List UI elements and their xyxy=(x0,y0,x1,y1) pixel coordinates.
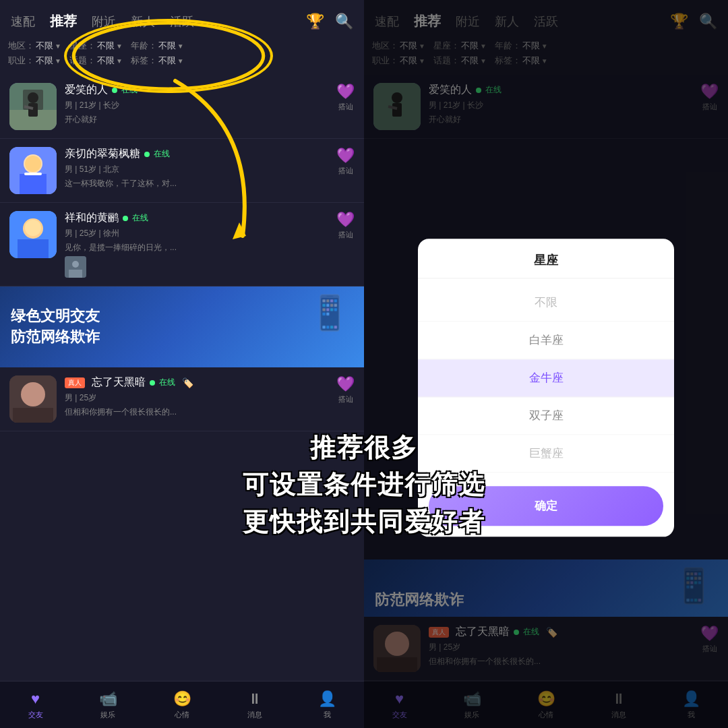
nav-icons-left: 🏆 🔍 xyxy=(306,13,353,30)
online-text-2: 在线 xyxy=(154,148,170,160)
nav-jiaoyou-left[interactable]: ♥ 交友 xyxy=(28,690,43,720)
zodiac-modal: 星座 不限 白羊座 金牛座 双子座 巨蟹座 确定 xyxy=(418,239,674,537)
user-info-3: 祥和的黄鹂 在线 男 | 25岁 | 徐州 见你，是揽一捧细碎的日光，... xyxy=(65,211,328,278)
online-dot-last-left xyxy=(150,380,155,386)
verified-icon-left: 🏷️ xyxy=(182,377,193,388)
banner-deco-left: 📱 xyxy=(309,293,351,332)
nav-xiaoxi-left[interactable]: ⏸ 消息 xyxy=(247,690,262,720)
search-icon-left[interactable]: 🔍 xyxy=(335,13,353,30)
banner-line2-left: 防范网络欺诈 xyxy=(11,327,100,348)
nav-xingqing-icon-left: 😊 xyxy=(173,690,191,708)
nav-wo-left[interactable]: 👤 我 xyxy=(318,690,336,720)
svg-point-14 xyxy=(25,220,41,236)
modal-option-gemini[interactable]: 双子座 xyxy=(418,397,674,435)
filter-topic-left[interactable]: 话题： 不限 ▼ xyxy=(69,55,123,67)
user-name-row-1: 爱笑的人 在线 xyxy=(65,83,328,97)
filter-age-left[interactable]: 年龄： 不限 ▼ xyxy=(131,40,184,52)
svg-point-3 xyxy=(28,92,38,103)
modal-option-cancer[interactable]: 巨蟹座 xyxy=(418,435,674,473)
nav-item-huoyue[interactable]: 活跃 xyxy=(170,13,194,30)
nav-yule-icon-left: 📹 xyxy=(99,690,117,708)
sub-photos-3 xyxy=(65,256,328,278)
match-icon-3: 💜 xyxy=(336,211,355,229)
filter-row1-left: 地区： 不限 ▼ 星座： 不限 ▼ 年龄： 不限 ▼ xyxy=(8,40,356,52)
modal-option-unlimited[interactable]: 不限 xyxy=(418,284,674,322)
online-text-1: 在线 xyxy=(121,84,138,96)
modal-confirm-button[interactable]: 确定 xyxy=(429,486,663,526)
sub-photo-3a xyxy=(65,256,86,278)
user-meta-2: 男 | 51岁 | 北京 xyxy=(65,164,328,175)
user-card-3[interactable]: 祥和的黄鹂 在线 男 | 25岁 | 徐州 见你，是揽一捧细碎的日光，... 💜… xyxy=(0,203,364,286)
user-info-2: 亲切的翠菊枫糖 在线 男 | 51岁 | 北京 这一杯我敬你，干了这杯，对... xyxy=(65,147,328,189)
user-name-row-3: 祥和的黄鹂 在线 xyxy=(65,211,328,225)
online-dot-1 xyxy=(112,88,117,93)
banner-text-left: 绿色文明交友 防范网络欺诈 xyxy=(11,306,100,348)
match-btn-3[interactable]: 💜 搭讪 xyxy=(336,211,355,240)
user-card-2[interactable]: 亲切的翠菊枫糖 在线 男 | 51岁 | 北京 这一杯我敬你，干了这杯，对...… xyxy=(0,139,364,203)
svg-point-19 xyxy=(21,382,45,406)
bottom-nav-left: ♥ 交友 📹 娱乐 😊 心情 ⏸ 消息 👤 我 xyxy=(0,681,364,728)
user-desc-last-left: 但相和你拥有一个很长很长的... xyxy=(65,406,226,418)
user-desc-2: 这一杯我敬你，干了这杯，对... xyxy=(65,178,226,189)
screen-container: 速配 推荐 附近 新人 活跃 🏆 🔍 地区： 不限 ▼ 星座： 不限 xyxy=(0,0,728,728)
match-btn-1[interactable]: 💜 搭讪 xyxy=(336,83,355,112)
user-card-last-left[interactable]: 真人 忘了天黑暗 在线 🏷️ 男 | 25岁 但相和你拥有一个很长很长的... … xyxy=(0,367,364,431)
nav-yule-label-left: 娱乐 xyxy=(100,710,115,720)
filter-zodiac-left[interactable]: 星座： 不限 ▼ xyxy=(69,40,123,52)
right-panel: 速配 推荐 附近 新人 活跃 🏆 🔍 地区： 不限 ▼ 星座： 不限 xyxy=(364,0,728,728)
nav-yule-left[interactable]: 📹 娱乐 xyxy=(99,690,117,720)
match-icon-1: 💜 xyxy=(336,83,355,100)
modal-option-taurus[interactable]: 金牛座 xyxy=(418,359,674,397)
svg-rect-20 xyxy=(13,408,53,423)
nav-wo-label-left: 我 xyxy=(324,710,331,720)
online-dot-2 xyxy=(144,152,150,157)
user-name-1: 爱笑的人 xyxy=(65,83,108,97)
nav-jiaoyou-icon-left: ♥ xyxy=(31,690,40,708)
nav-item-xinren[interactable]: 新人 xyxy=(131,13,155,30)
banner-left: 绿色文明交友 防范网络欺诈 📱 xyxy=(0,286,364,367)
user-card-1[interactable]: 爱笑的人 在线 男 | 21岁 | 长沙 开心就好 💜 搭讪 xyxy=(0,75,364,139)
nav-item-sudpei[interactable]: 速配 xyxy=(11,13,35,30)
user-info-last-left: 真人 忘了天黑暗 在线 🏷️ 男 | 25岁 但相和你拥有一个很长很长的... xyxy=(65,375,328,418)
user-name-2: 亲切的翠菊枫糖 xyxy=(65,147,140,161)
user-meta-1: 男 | 21岁 | 长沙 xyxy=(65,100,328,111)
nav-xiaoxi-icon-left: ⏸ xyxy=(247,690,262,708)
match-icon-2: 💜 xyxy=(336,147,355,164)
filter-bar-left: 地区： 不限 ▼ 星座： 不限 ▼ 年龄： 不限 ▼ 职业： 不 xyxy=(0,37,364,75)
avatar-3 xyxy=(9,211,57,258)
match-label-2: 搭讪 xyxy=(338,166,353,176)
user-list-left: 爱笑的人 在线 男 | 21岁 | 长沙 开心就好 💜 搭讪 xyxy=(0,75,364,681)
user-name-row-last-left: 真人 忘了天黑暗 在线 🏷️ xyxy=(65,375,328,390)
avatar-1 xyxy=(9,83,57,130)
modal-option-aries[interactable]: 白羊座 xyxy=(418,322,674,359)
svg-rect-10 xyxy=(24,173,42,175)
nav-wo-icon-left: 👤 xyxy=(318,690,336,708)
svg-rect-17 xyxy=(69,270,82,278)
match-label-1: 搭讪 xyxy=(338,102,353,112)
svg-point-16 xyxy=(72,261,79,268)
svg-rect-4 xyxy=(28,103,38,117)
user-name-row-2: 亲切的翠菊枫糖 在线 xyxy=(65,147,328,161)
modal-options: 不限 白羊座 金牛座 双子座 巨蟹座 xyxy=(418,278,674,478)
nav-xingqing-left[interactable]: 😊 心情 xyxy=(173,690,191,720)
avatar-2 xyxy=(9,147,57,194)
match-icon-last-left: 💜 xyxy=(336,375,355,393)
user-desc-3: 见你，是揽一捧细碎的日光，... xyxy=(65,242,226,253)
real-badge-left: 真人 xyxy=(65,377,85,388)
filter-region-left[interactable]: 地区： 不限 ▼ xyxy=(8,40,61,52)
match-btn-last-left[interactable]: 💜 搭讪 xyxy=(336,375,355,404)
nav-jiaoyou-label-left: 交友 xyxy=(28,710,43,720)
filter-job-left[interactable]: 职业： 不限 ▼ xyxy=(8,55,61,67)
top-nav-left: 速配 推荐 附近 新人 活跃 🏆 🔍 xyxy=(0,0,364,37)
trophy-icon[interactable]: 🏆 xyxy=(306,13,324,30)
user-meta-3: 男 | 25岁 | 徐州 xyxy=(65,228,328,239)
user-meta-last-left: 男 | 25岁 xyxy=(65,392,328,404)
filter-tag-left[interactable]: 标签： 不限 ▼ xyxy=(131,55,184,67)
left-panel: 速配 推荐 附近 新人 活跃 🏆 🔍 地区： 不限 ▼ 星座： 不限 xyxy=(0,0,364,728)
match-btn-2[interactable]: 💜 搭讪 xyxy=(336,147,355,176)
match-label-3: 搭讪 xyxy=(338,230,353,240)
user-name-last-left: 忘了天黑暗 xyxy=(92,375,146,390)
nav-item-fujin[interactable]: 附近 xyxy=(92,13,116,30)
nav-item-tuijian[interactable]: 推荐 xyxy=(50,12,77,30)
nav-xingqing-label-left: 心情 xyxy=(175,710,189,720)
